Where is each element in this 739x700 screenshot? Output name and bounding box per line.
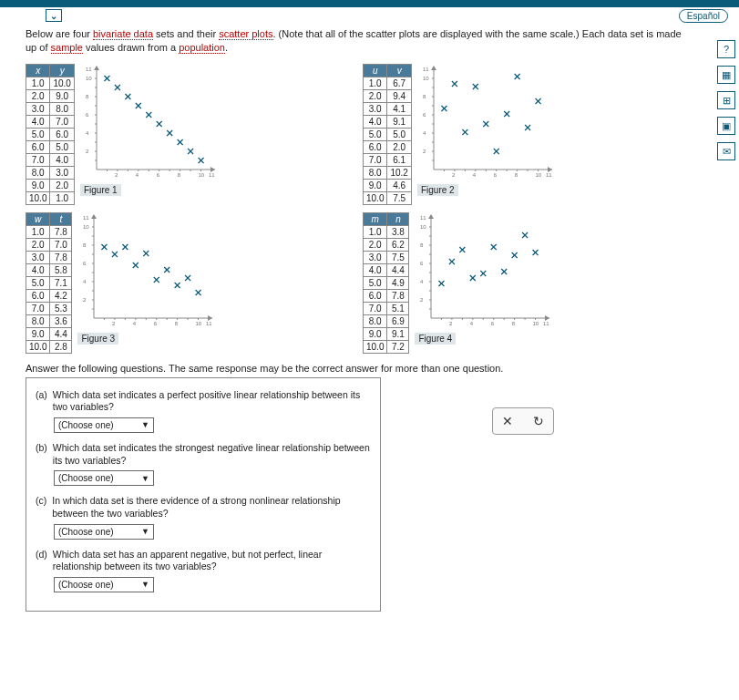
table-row: 6.07.8: [364, 289, 409, 302]
table-row: 1.010.0: [26, 77, 75, 89]
table-row: 6.05.0: [26, 140, 75, 153]
svg-text:8: 8: [423, 94, 426, 99]
svg-text:8: 8: [420, 242, 424, 248]
table-row: 8.010.2: [364, 166, 412, 179]
table-row: 1.06.7: [364, 77, 412, 89]
dropdown-caret-icon: ▼: [141, 527, 149, 536]
question-c: (c)In which data set is there evidence o…: [36, 495, 371, 539]
table-row: 9.04.6: [364, 179, 412, 191]
svg-text:11: 11: [86, 67, 92, 72]
svg-text:8: 8: [86, 94, 89, 99]
term-scatter[interactable]: scatter plots: [219, 28, 272, 40]
table-row: 3.07.5: [364, 251, 409, 263]
table-row: 8.03.6: [26, 314, 72, 327]
term-bivariate[interactable]: bivariate data: [93, 28, 153, 40]
svg-text:2: 2: [452, 172, 456, 178]
svg-text:10: 10: [83, 224, 89, 230]
language-button[interactable]: Español: [679, 9, 728, 23]
answer-intro: Answer the following questions. The same…: [26, 363, 726, 374]
select-d[interactable]: (Choose one)▼: [54, 577, 154, 592]
table-row: 5.07.1: [26, 276, 72, 289]
svg-text:4: 4: [423, 130, 426, 136]
svg-text:8: 8: [83, 242, 87, 248]
table-row: 4.07.0: [26, 115, 75, 128]
svg-text:2: 2: [115, 172, 118, 178]
svg-text:10: 10: [198, 172, 204, 178]
svg-text:2: 2: [423, 149, 426, 154]
svg-text:6: 6: [86, 112, 89, 118]
dropdown-caret-icon: ▼: [141, 420, 149, 429]
figure-label: Figure 1: [80, 184, 121, 196]
table-wt: wt1.07.82.07.03.07.84.05.85.07.16.04.27.…: [26, 212, 72, 354]
dropdown-caret-icon: ▼: [141, 580, 149, 589]
calculator-button[interactable]: ▦: [717, 66, 735, 84]
panel-mn: mn1.03.82.06.23.07.54.04.45.04.96.07.87.…: [363, 212, 636, 354]
svg-text:11: 11: [546, 172, 552, 178]
svg-text:6: 6: [494, 172, 498, 178]
collapse-toggle[interactable]: ⌄: [46, 9, 62, 22]
figure-label: Figure 4: [415, 333, 456, 345]
clear-button[interactable]: ✕: [502, 414, 513, 428]
table-row: 10.01.0: [26, 191, 75, 204]
table-row: 9.04.4: [26, 327, 72, 340]
select-a[interactable]: (Choose one)▼: [54, 417, 154, 433]
term-sample[interactable]: sample: [51, 42, 83, 54]
action-buttons: ✕ ↻: [492, 407, 554, 435]
select-b[interactable]: (Choose one)▼: [54, 470, 154, 486]
svg-text:10: 10: [535, 172, 541, 178]
term-population[interactable]: population: [179, 42, 225, 54]
table-row: 3.07.8: [26, 251, 72, 263]
svg-text:8: 8: [515, 172, 518, 178]
table-row: 9.02.0: [26, 179, 75, 191]
svg-text:4: 4: [470, 321, 474, 326]
svg-text:2: 2: [420, 297, 424, 303]
dropdown-caret-icon: ▼: [141, 474, 149, 483]
panel-wt: wt1.07.82.07.03.07.84.05.85.07.16.04.27.…: [26, 212, 299, 354]
table-xy: xy1.010.02.09.03.08.04.07.05.06.06.05.07…: [26, 64, 75, 205]
table-row: 4.09.1: [364, 115, 412, 128]
table-row: 7.04.0: [26, 153, 75, 166]
table-row: 10.02.8: [26, 340, 72, 353]
svg-text:11: 11: [83, 215, 89, 221]
svg-text:11: 11: [423, 67, 429, 72]
svg-text:6: 6: [423, 112, 426, 118]
svg-text:11: 11: [543, 321, 549, 326]
svg-text:10: 10: [196, 321, 202, 326]
svg-text:11: 11: [209, 172, 215, 178]
panel-xy: xy1.010.02.09.03.08.04.07.05.06.06.05.07…: [26, 64, 299, 205]
table-row: 2.06.2: [364, 238, 409, 251]
table-row: 5.04.9: [364, 276, 409, 289]
mail-button[interactable]: ✉: [717, 142, 735, 160]
svg-text:8: 8: [175, 321, 179, 326]
table-row: 1.03.8: [364, 225, 409, 238]
reset-button[interactable]: ↻: [533, 414, 544, 428]
svg-text:4: 4: [133, 321, 137, 326]
table-row: 7.05.1: [364, 302, 409, 314]
svg-text:10: 10: [420, 224, 426, 230]
question-b: (b)Which data set indicates the stronges…: [36, 442, 371, 486]
question-d: (d)Which data set has an apparent negati…: [36, 549, 371, 592]
sidebar: ? ▦ ⊞ ▣ ✉: [717, 40, 735, 160]
table-row: 4.04.4: [364, 263, 409, 276]
scatter-plot: 2244668810101111: [77, 212, 214, 331]
table-row: 9.09.1: [364, 327, 409, 340]
scatter-plot: 2244668810101111: [415, 212, 551, 331]
svg-text:8: 8: [178, 172, 181, 178]
svg-text:8: 8: [512, 321, 516, 326]
chev-row: ⌄: [0, 7, 739, 24]
save-button[interactable]: ▣: [717, 117, 735, 135]
svg-text:10: 10: [423, 76, 429, 81]
svg-text:2: 2: [83, 297, 87, 303]
select-c[interactable]: (Choose one)▼: [54, 524, 154, 540]
table-row: 2.09.4: [364, 89, 412, 102]
table-mn: mn1.03.82.06.23.07.54.04.45.04.96.07.87.…: [363, 212, 409, 354]
svg-text:2: 2: [449, 321, 453, 326]
svg-text:6: 6: [83, 261, 87, 266]
svg-text:10: 10: [86, 76, 92, 81]
table-row: 7.05.3: [26, 302, 72, 314]
header-bar: [0, 0, 739, 7]
tool-button[interactable]: ⊞: [717, 91, 735, 109]
help-button[interactable]: ?: [717, 40, 735, 58]
figure-label: Figure 2: [417, 184, 458, 196]
table-row: 7.06.1: [364, 153, 412, 166]
